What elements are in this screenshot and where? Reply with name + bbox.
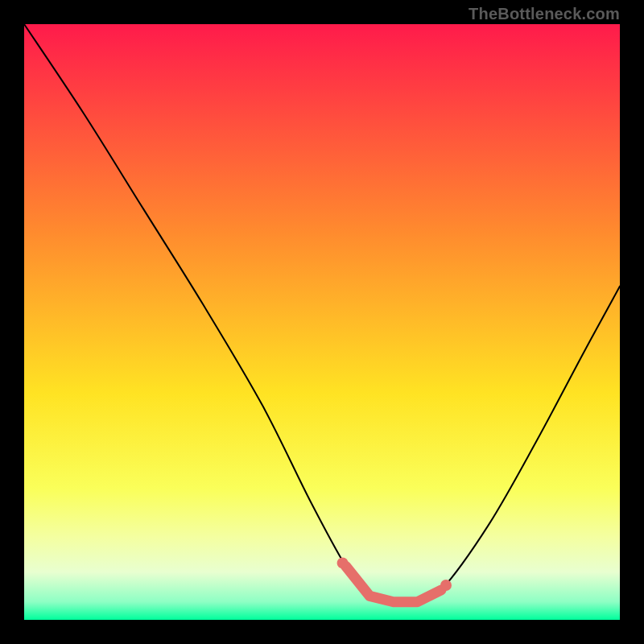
chart-frame: TheBottleneck.com	[0, 0, 644, 644]
optimum-marker-knob	[440, 580, 452, 591]
bottleneck-curve	[24, 24, 620, 620]
plot-area	[24, 24, 620, 620]
watermark-text: TheBottleneck.com	[469, 5, 620, 23]
optimum-marker	[346, 566, 441, 601]
optimum-marker-knob	[337, 557, 349, 568]
